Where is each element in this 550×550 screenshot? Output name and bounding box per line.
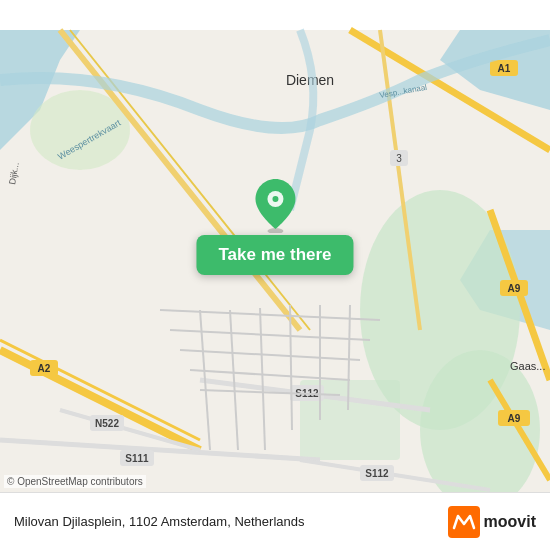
map-container: A2 A1 A9 A9 S111 S112 S112 N522 xyxy=(0,0,550,550)
svg-text:3: 3 xyxy=(396,153,402,164)
svg-text:A2: A2 xyxy=(38,363,51,374)
moovit-brand-text: moovit xyxy=(484,513,536,531)
svg-text:S112: S112 xyxy=(365,468,389,479)
moovit-logo: moovit xyxy=(448,506,536,538)
svg-text:Gaas...: Gaas... xyxy=(510,360,545,372)
bottom-bar: Milovan Djilasplein, 1102 Amsterdam, Net… xyxy=(0,492,550,550)
svg-text:A9: A9 xyxy=(508,283,521,294)
map-background: A2 A1 A9 A9 S111 S112 S112 N522 xyxy=(0,0,550,550)
svg-text:S111: S111 xyxy=(125,453,149,464)
location-label: Milovan Djilasplein, 1102 Amsterdam, Net… xyxy=(14,514,448,529)
svg-text:A9: A9 xyxy=(508,413,521,424)
moovit-logo-icon xyxy=(448,506,480,538)
map-attribution: © OpenStreetMap contributors xyxy=(4,475,146,488)
svg-text:A1: A1 xyxy=(498,63,511,74)
svg-point-56 xyxy=(272,196,278,202)
take-me-there-button[interactable]: Take me there xyxy=(196,235,353,275)
location-pin xyxy=(251,177,299,237)
pin-button-group: Take me there xyxy=(196,235,353,275)
svg-text:N522: N522 xyxy=(95,418,119,429)
